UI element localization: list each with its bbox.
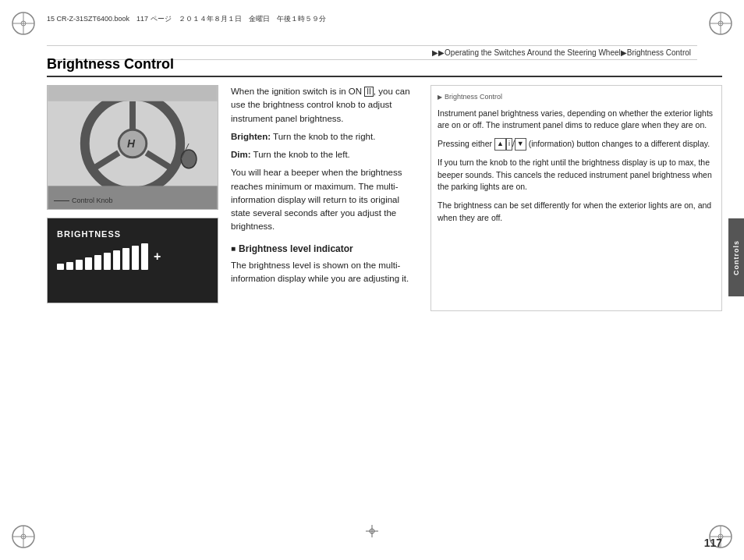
brightness-bar-4 [85, 257, 92, 270]
brightness-bar-2 [66, 262, 73, 270]
brightness-bar-9 [132, 246, 139, 270]
page-number: 117 [704, 537, 722, 549]
dim-text: Dim: Turn the knob to the left. [231, 148, 418, 161]
brightness-bar-1 [57, 264, 64, 270]
control-knob-label: Control Knob [54, 197, 113, 204]
file-info: 15 CR-Z-31SZT6400.book 117 ページ ２０１４年８月１日… [47, 14, 326, 24]
svg-point-22 [181, 150, 197, 168]
svg-text:H: H [127, 137, 136, 150]
brightness-bar-8 [122, 248, 129, 270]
side-tab-label: Controls [732, 240, 740, 275]
right-p1: Instrument panel brightness varies, depe… [438, 108, 715, 133]
right-p2: Pressing either ▲i/▼ (information) butto… [438, 138, 715, 151]
brightness-level-indicator-label: Brightness level indicator [239, 242, 353, 256]
corner-decoration-bl [9, 523, 37, 551]
right-p3: If you turn the knob to the right until … [438, 157, 715, 193]
middle-column: When the ignition switch is in ON II, yo… [231, 85, 418, 311]
brightness-bar-6 [104, 253, 111, 270]
bottom-center-crosshair [364, 523, 380, 541]
controls-side-tab: Controls [728, 218, 744, 296]
corner-decoration-tr [707, 9, 735, 37]
left-column: H Control Knob BRIGHTNESS [47, 85, 218, 311]
right-p4: The brightness can be set differently fo… [438, 200, 715, 225]
brightness-label: BRIGHTNESS [57, 229, 121, 239]
brightness-indicator-image: BRIGHTNESS + [47, 218, 218, 303]
right-column-title: Brightness Control [438, 92, 715, 103]
steering-wheel-image: H Control Knob [47, 85, 218, 210]
brightness-bar-3 [76, 260, 83, 270]
right-column-notes: Brightness Control Instrument panel brig… [430, 85, 722, 311]
file-meta: 15 CR-Z-31SZT6400.book 117 ページ ２０１４年８月１日… [47, 14, 697, 24]
svg-line-19 [90, 153, 119, 171]
corner-decoration-tl [9, 9, 37, 37]
main-content-area: Brightness Control H [47, 56, 722, 529]
brightness-level-section-heading: Brightness level indicator [231, 242, 418, 256]
brightness-plus-icon: + [154, 250, 161, 264]
brightness-bar-10 [141, 243, 148, 270]
intro-text: When the ignition switch is in ON II, yo… [231, 85, 418, 126]
brightness-bar-7 [113, 250, 120, 270]
brightness-level-body: The brightness level is shown on the mul… [231, 259, 418, 286]
brighten-text: Brighten: Turn the knob to the right. [231, 130, 418, 144]
content-columns: H Control Knob BRIGHTNESS [47, 85, 722, 311]
brightness-bar-5 [94, 255, 101, 270]
brightness-display: BRIGHTNESS + [48, 218, 218, 278]
body-text: You will hear a beeper when the brightne… [231, 166, 418, 233]
svg-line-20 [147, 153, 175, 171]
page-title: Brightness Control [47, 56, 722, 77]
svg-rect-25 [48, 86, 217, 101]
brightness-bars: + [57, 243, 161, 270]
